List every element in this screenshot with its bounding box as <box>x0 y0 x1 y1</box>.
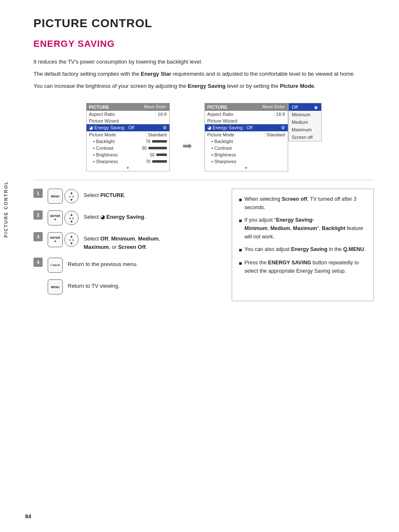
step-1-text: Select PICTURE. <box>84 189 125 200</box>
dropdown-item-screen-off: Screen off <box>289 133 321 141</box>
note-3-text: You can also adjust Energy Saving in the… <box>245 245 367 254</box>
menu-right-row-aspect: Aspect Ratio: 16:9 <box>205 111 288 118</box>
note-4-bullet: ■ <box>239 259 242 275</box>
step-2-badge: 2 <box>33 210 43 220</box>
step-3-icons: ENTER ● ▲ ◄ ► ▼ <box>48 232 79 247</box>
note-1-bullet: ■ <box>239 196 242 212</box>
note-3-bullet: ■ <box>239 246 242 254</box>
energy-saving-dropdown: Off◉ Minimum Medium Maximum Screen off <box>288 103 322 141</box>
menu-right-row-energy: ◕ Energy Saving : Off⚙ <box>205 124 288 131</box>
note-2: ■ If you adjust "Energy Saving-Minimum, … <box>239 216 367 241</box>
enter-button-3: ENTER ● <box>48 232 63 247</box>
note-1-text: When selecting Screen off, TV turned off… <box>245 195 367 212</box>
menu-right-row-brightness: • Brightness <box>205 151 288 158</box>
nav-button-2: ▲ ◄ ► ▼ <box>64 211 79 225</box>
menu-right-row-wizard: Picture Wizard <box>205 118 288 124</box>
menu-right-header: PICTURE Move Enter <box>205 103 288 111</box>
steps-list: 1 MENU ▲ ◄ ► ▼ Select PICTURE. 2 <box>33 189 219 301</box>
section-divider <box>33 180 374 180</box>
step-menu-return-icons: MENU <box>48 279 63 294</box>
enter-button-2: ENTER ● <box>48 210 63 225</box>
step-3-badge: 3 <box>33 232 43 241</box>
step-menu-return-text: Return to TV viewing. <box>68 279 120 290</box>
step-1-icons: MENU ▲ ◄ ► ▼ <box>48 189 79 204</box>
step-2: 2 ENTER ● ▲ ◄ ► ▼ Select ◕ Energy Saving… <box>33 210 219 225</box>
nav-button-1: ▲ ◄ ► ▼ <box>64 189 79 203</box>
notes-box: ■ When selecting Screen off, TV turned o… <box>232 189 374 301</box>
nav-button-3: ▲ ◄ ► ▼ <box>64 233 79 247</box>
menu-right-row-mode: Picture Mode: Standard <box>205 131 288 138</box>
step-menu-return: MENU Return to TV viewing. <box>33 279 219 294</box>
dropdown-item-maximum: Maximum <box>289 126 321 133</box>
menu-row-backlight: • Backlight 70 <box>87 138 169 145</box>
dropdown-item-minimum: Minimum <box>289 111 321 118</box>
menu-row-brightness: • Brightness 50 <box>87 151 169 158</box>
step-3: 3 ENTER ● ▲ ◄ ► ▼ Select Off, Minimum, M… <box>33 232 219 251</box>
menu-button-1: MENU <box>48 189 63 204</box>
note-1: ■ When selecting Screen off, TV turned o… <box>239 195 367 212</box>
side-label: PICTURE CONTROL <box>3 167 8 251</box>
dropdown-item-medium: Medium <box>289 118 321 126</box>
menu-row-aspect-ratio: Aspect Ratio: 16:9 <box>87 111 169 118</box>
menu-right-with-dropdown: PICTURE Move Enter Aspect Ratio: 16:9 Pi… <box>205 103 322 171</box>
menu-row-sharpness: • Sharpness 70 <box>87 158 169 165</box>
step-2-text: Select ◕ Energy Saving. <box>84 210 146 221</box>
note-4-text: Press the ENERGY SAVING button repeatedl… <box>245 258 367 275</box>
step-1-badge: 1 <box>33 189 43 198</box>
note-2-bullet: ■ <box>239 217 242 241</box>
menu-row-picture-mode: Picture Mode: Standard <box>87 131 169 138</box>
description-line3: You can increase the brightness of your … <box>33 82 374 91</box>
note-2-text: If you adjust "Energy Saving-Minimum, Me… <box>245 216 367 241</box>
menu-row-energy-saving: ◕ Energy Saving : Off⚙ <box>87 124 169 131</box>
menu-right-row-sharpness: • Sharpness <box>205 158 288 165</box>
description-line1: It reduces the TV's power consumption by… <box>33 58 374 66</box>
step-4-badge: 4 <box>33 258 43 267</box>
dropdown-item-off: Off◉ <box>289 103 321 111</box>
step-1: 1 MENU ▲ ◄ ► ▼ Select PICTURE. <box>33 189 219 204</box>
menu-row-picture-wizard: Picture Wizard <box>87 118 169 124</box>
menu-right-row-contrast: • Contrast <box>205 145 288 151</box>
section-title: ENERGY SAVING <box>33 38 374 49</box>
arrow-symbol: ➡ <box>182 139 192 153</box>
note-4: ■ Press the ENERGY SAVING button repeate… <box>239 258 367 275</box>
step-2-icons: ENTER ● ▲ ◄ ► ▼ <box>48 210 79 225</box>
step-4-icons: ↩ BACK <box>48 258 63 273</box>
page-number: 84 <box>25 513 31 519</box>
step-3-text: Select Off, Minimum, Medium, Maximum, or… <box>84 232 160 251</box>
description-line2: The default factory setting complies wit… <box>33 70 374 79</box>
note-3: ■ You can also adjust Energy Saving in t… <box>239 245 367 254</box>
menu-left-header: PICTURE Move Enter <box>87 103 169 111</box>
menu-button-return: MENU <box>48 279 63 294</box>
step-menu-return-badge <box>33 279 43 289</box>
step-4-text: Return to the previous menu. <box>68 258 138 269</box>
step-4: 4 ↩ BACK Return to the previous menu. <box>33 258 219 273</box>
menu-left: PICTURE Move Enter Aspect Ratio: 16:9 Pi… <box>86 103 170 171</box>
steps-area: 1 MENU ▲ ◄ ► ▼ Select PICTURE. 2 <box>33 189 374 301</box>
menu-right-row-backlight: • Backlight <box>205 138 288 145</box>
back-button: ↩ BACK <box>48 258 63 273</box>
menu-right: PICTURE Move Enter Aspect Ratio: 16:9 Pi… <box>205 103 288 171</box>
page-title: PICTURE CONTROL <box>33 17 374 30</box>
diagrams-area: PICTURE Move Enter Aspect Ratio: 16:9 Pi… <box>33 103 374 171</box>
menu-row-contrast: • Contrast 90 <box>87 145 169 151</box>
